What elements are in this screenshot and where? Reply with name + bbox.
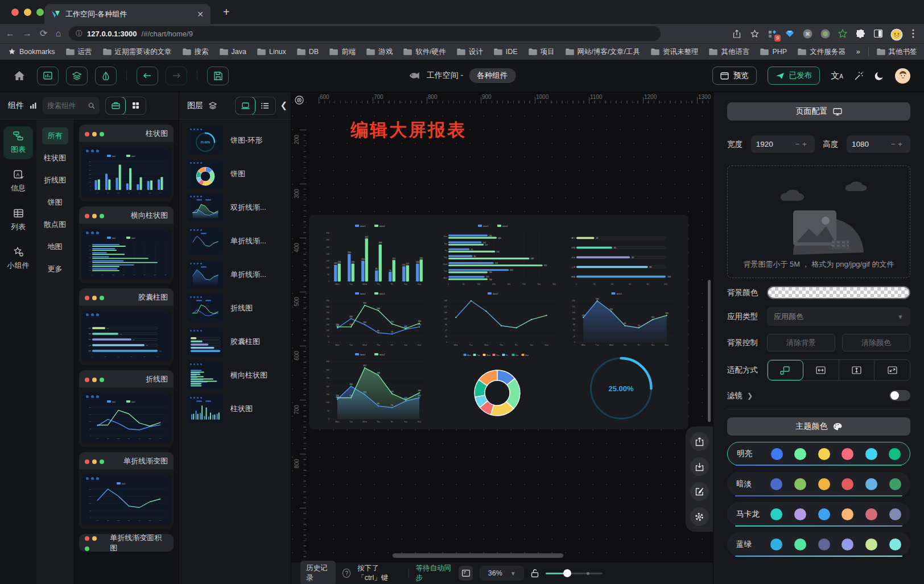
height-input[interactable]: 1080−+ [847,135,910,153]
bookmark-folder[interactable]: 游戏 [366,47,393,57]
zoom-select[interactable]: 36%▼ [480,566,524,581]
search-input[interactable] [47,102,86,110]
lock-icon[interactable] [531,569,539,578]
bookmark-folder[interactable]: Java [220,48,246,56]
share-icon[interactable] [732,28,742,39]
browser-menu-icon[interactable] [908,28,918,39]
home-icon[interactable]: ⌂ [55,29,61,38]
magic-wand-icon[interactable] [854,71,864,81]
bookmark-folder[interactable]: 运营 [66,47,92,57]
chart-line-area-double[interactable]: 050100150200250300350MonTueWedThuFriSatS… [318,351,431,425]
component-card[interactable]: 单折线渐变图 050100150200MonTueWedThuFriSatSun… [79,452,174,529]
chart-line-gradient-area[interactable]: 0295786114143171200MonTueWedThuFriSatSun… [564,291,678,349]
window-controls[interactable] [11,9,44,16]
address-bar[interactable]: ⓘ 127.0.0.1:3000/#/chart/home/9 [69,26,661,41]
edit-icon[interactable] [690,482,709,501]
back-icon[interactable]: ← [6,29,15,38]
help-icon[interactable]: ? [343,569,350,578]
zoom-slider[interactable] [546,569,603,577]
bookmark-folder[interactable]: 前端 [329,47,356,57]
layer-item[interactable]: 双折线渐... [187,193,283,222]
category-item[interactable]: 更多 [42,260,68,277]
chart-bar[interactable]: 050100150200250300350MonTueWedThuFriSatS… [318,223,431,288]
green-dot-extension-icon[interactable] [820,28,830,39]
fit-stretch-button[interactable] [874,360,910,380]
save-button[interactable] [207,67,229,85]
theme-row-macaron[interactable]: 马卡龙 [727,502,910,526]
publish-button[interactable]: 已发布 [768,67,820,85]
component-library-toggle[interactable] [105,97,126,115]
bookmark-folder[interactable]: 设计 [457,47,483,57]
width-stepper[interactable]: −+ [795,140,809,148]
category-item[interactable]: 所有 [42,127,68,144]
theme-row-bright[interactable]: 明亮 [727,442,910,466]
height-stepper[interactable]: −+ [891,140,905,148]
layer-item[interactable]: 胶囊柱图 [187,328,283,356]
bookmark-star-icon[interactable] [749,28,760,39]
import-icon[interactable] [690,457,709,476]
bookmark-folder[interactable]: 搜索 [183,47,209,57]
category-item[interactable]: 折线图 [38,172,72,189]
component-card[interactable]: 柱状图 050100150200250300350MonTueWedThuFri… [79,125,174,201]
fit-auto-button[interactable] [768,360,803,380]
nav-item-charts[interactable]: 图表 [3,126,33,159]
toggle-guides-eye-icon[interactable] [292,93,306,107]
layer-item[interactable]: 25.00% 饼图-环形 [187,126,283,155]
reload-icon[interactable]: ⟳ [40,29,47,38]
bookmark-folder[interactable]: DB [297,48,319,56]
layer-item[interactable]: 单折线渐... [187,227,283,255]
canvas-area[interactable]: 6007008009001000110012001300 20030040050… [291,92,713,584]
category-item[interactable]: 柱状图 [38,150,72,167]
chart-capsule[interactable]: 厦门20南阳40北京60上海80新疆100020406080100 [564,223,678,288]
details-panel-toggle-button[interactable] [95,67,117,85]
chart-line-double[interactable]: 050100150200250300350MonTueWedThuFriSatS… [318,291,431,349]
nav-item-list[interactable]: 列表 [3,204,33,237]
clear-background-button[interactable]: 清除背景 [767,334,835,351]
theme-row-bluegreen[interactable]: 蓝绿 [727,532,910,556]
gem-extension-icon[interactable] [785,28,795,39]
component-card[interactable]: 胶囊柱图 厦门20南阳40北京60上海80新疆100020406080100 [79,288,174,365]
layer-item[interactable]: 折线图 [187,294,283,322]
dashboard-preview[interactable]: 050100150200250300350MonTueWedThuFriSatS… [309,215,688,429]
component-card[interactable]: 单折线渐变面积图 [79,534,174,552]
theme-row-dim[interactable]: 暗淡 [727,472,910,496]
category-item[interactable]: 饼图 [42,194,68,211]
layers-list-toggle[interactable] [255,97,275,114]
bookmark-folder[interactable]: IDE [494,48,518,56]
chart-line-gradient[interactable]: 0295786114143171200MonTueWedThuFriSatSun… [436,291,559,349]
component-grid-toggle[interactable] [125,97,146,114]
chart-pie[interactable]: MonTueWedThuFriSatSun [436,351,559,425]
new-tab-button[interactable]: + [223,6,230,19]
align-panel-icon[interactable] [459,566,473,581]
filter-expand-icon[interactable]: ❯ [747,392,753,400]
bookmark-folder[interactable]: PHP [760,48,787,56]
chart-panel-toggle-button[interactable] [37,67,59,85]
collapse-layers-icon[interactable]: ❮ [280,100,287,110]
filter-toggle[interactable] [889,390,910,401]
redo-button[interactable] [166,67,187,85]
forward-icon[interactable]: → [23,29,32,38]
nav-item-info[interactable]: A 信息 [3,165,33,198]
export-icon[interactable] [690,432,709,451]
puzzle-extensions-icon[interactable] [855,28,865,39]
canvas-vertical-scrollbar[interactable] [708,280,711,422]
green-star-extension-icon[interactable] [838,28,848,39]
user-avatar[interactable] [895,68,910,84]
bookmark-folder[interactable]: 其他语言 [709,47,749,57]
bookmarks-manager[interactable]: Bookmarks [8,48,55,56]
component-card[interactable]: 折线图 088175263350MonTueWedThuFriSatSundat… [79,370,174,447]
tab-close-icon[interactable]: ✕ [197,10,204,19]
project-name-badge[interactable]: 各种组件 [469,68,515,83]
component-card[interactable]: 横向柱状图 050100150200250300350SunSatFriThuW… [79,206,174,283]
canvas-text-title[interactable]: 编辑大屏报表 [350,118,467,142]
clear-color-button[interactable]: 清除颜色 [842,334,910,351]
layer-item[interactable]: 饼图 [187,160,283,188]
canvas-horizontal-scrollbar[interactable] [393,553,563,558]
fit-height-button[interactable] [839,360,875,380]
layer-item[interactable]: 单折线渐... [187,260,283,289]
language-translate-icon[interactable]: 文A [831,71,843,81]
bookmark-folder[interactable]: 网站/博客/文章/工具 [566,47,640,57]
background-upload-dropzone[interactable]: 背景图需小于 5M ， 格式为 png/jpg/gif 的文件 [727,165,910,278]
browser-tab[interactable]: 工作空间-各种组件 ✕ [44,4,211,24]
app-home-icon[interactable] [14,71,25,81]
